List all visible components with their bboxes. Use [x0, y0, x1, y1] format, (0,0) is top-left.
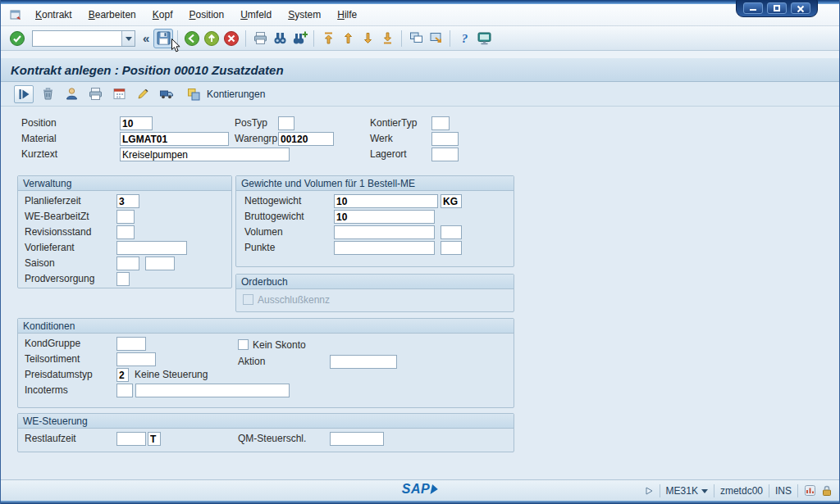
menu-kontrakt[interactable]: Kontrakt [27, 6, 80, 24]
verwaltung-group: Verwaltung Planlieferzeit WE-BearbeitZt … [17, 175, 232, 288]
kurztext-field[interactable] [120, 148, 290, 161]
transaction-code[interactable]: ME31K [666, 485, 708, 497]
incoterms-field[interactable] [116, 384, 133, 397]
next-item-icon[interactable] [14, 85, 34, 103]
kontierungen-button[interactable]: Kontierungen [180, 84, 272, 105]
delete-icon[interactable] [38, 85, 57, 103]
punkte-field[interactable] [334, 241, 435, 255]
find-icon[interactable] [270, 29, 290, 48]
maximize-button[interactable] [767, 2, 787, 14]
next-page-icon[interactable] [358, 29, 377, 48]
last-page-icon[interactable] [377, 29, 397, 48]
close-button[interactable] [791, 2, 810, 14]
previous-page-icon[interactable] [338, 29, 358, 48]
kontiertyp-field[interactable] [431, 116, 450, 130]
command-dropdown-icon[interactable] [121, 31, 135, 46]
postyp-field[interactable] [278, 116, 294, 130]
help-icon[interactable]: ? [454, 29, 474, 48]
delivery-icon[interactable] [157, 85, 176, 103]
planlieferzeit-label: Planlieferzeit [25, 194, 81, 208]
schedule-icon[interactable] [109, 85, 129, 103]
kondgruppe-field[interactable] [116, 337, 146, 351]
preisdatumstyp-field[interactable] [116, 368, 129, 382]
cancel-icon[interactable] [221, 29, 241, 48]
kein-skonto-checkbox[interactable] [238, 339, 249, 350]
punkte-unit-field[interactable] [441, 241, 462, 255]
print-icon[interactable] [250, 29, 270, 48]
status-separator [769, 484, 769, 497]
collapse-command-icon[interactable]: « [143, 31, 149, 45]
window-menu-icon[interactable] [9, 8, 22, 21]
menu-system[interactable]: System [280, 6, 329, 24]
lagerort-field[interactable] [431, 148, 459, 161]
nettogewicht-unit-field[interactable] [441, 194, 462, 208]
transaction-code-text: ME31K [666, 485, 698, 497]
status-separator [797, 484, 798, 497]
message-expand-icon[interactable] [644, 486, 654, 496]
menu-bar: Kontrakt Bearbeiten Kopf Position Umfeld… [1, 4, 839, 26]
insert-mode: INS [775, 485, 792, 497]
prodversorgung-field[interactable] [116, 272, 130, 286]
back-icon[interactable] [182, 29, 202, 48]
mouse-cursor [171, 38, 181, 57]
kurztext-label: Kurztext [21, 148, 57, 161]
vorlieferant-field[interactable] [116, 241, 187, 255]
warengrp-field[interactable] [278, 132, 334, 146]
shortcut-icon[interactable] [426, 29, 445, 48]
werk-field[interactable] [431, 132, 459, 146]
toolbar-separator [450, 30, 450, 47]
bruttogewicht-field[interactable] [334, 210, 435, 224]
aktion-field[interactable] [330, 355, 397, 369]
menu-position[interactable]: Position [180, 6, 232, 24]
first-page-icon[interactable] [318, 29, 338, 48]
print-preview-icon[interactable] [85, 85, 105, 103]
performance-icon[interactable] [804, 484, 816, 497]
planlieferzeit-field[interactable] [116, 194, 139, 208]
vorlieferant-label: Vorlieferant [25, 241, 75, 255]
volumen-label: Volumen [244, 225, 283, 239]
nettogewicht-field[interactable] [334, 194, 438, 208]
gewichte-group-title: Gewichte und Volumen für 1 Bestell-ME [236, 176, 514, 191]
orderbuch-group-title: Orderbuch [236, 275, 514, 289]
we-bearbeitzt-field[interactable] [116, 210, 135, 224]
konditionen-group-title: Konditionen [18, 319, 514, 334]
menu-hilfe[interactable]: Hilfe [329, 6, 365, 24]
kontierungen-icon [184, 85, 203, 103]
qm-steuerschl-field[interactable] [330, 432, 384, 446]
status-bar-right: ME31K zmetdc00 INS [644, 484, 839, 497]
minimize-button[interactable] [743, 2, 763, 14]
saison-year-field[interactable] [145, 257, 175, 270]
application-toolbar: Kontierungen [1, 82, 839, 107]
toolbar-separator [401, 30, 402, 47]
restlaufzeit-unit-field[interactable] [148, 432, 161, 446]
menu-kopf[interactable]: Kopf [144, 6, 181, 24]
teilsortiment-field[interactable] [116, 352, 156, 366]
revisionsstand-field[interactable] [116, 225, 135, 239]
restlaufzeit-field[interactable] [116, 432, 146, 446]
exit-icon[interactable] [202, 29, 221, 48]
page-title: Kontrakt anlegen : Position 00010 Zusatz… [11, 63, 284, 77]
transaction-dropdown-icon[interactable] [701, 489, 708, 497]
kontierungen-label: Kontierungen [207, 89, 265, 100]
material-field[interactable] [120, 132, 229, 146]
new-session-icon[interactable] [406, 29, 426, 48]
menu-umfeld[interactable]: Umfeld [232, 6, 280, 24]
change-icon[interactable] [133, 85, 153, 103]
position-field[interactable] [120, 116, 153, 130]
lagerort-label: Lagerort [370, 148, 407, 161]
volumen-unit-field[interactable] [441, 225, 462, 239]
saison-field[interactable] [116, 257, 139, 270]
we-steuerung-group-title: WE-Steuerung [18, 414, 514, 429]
toolbar-separator [313, 30, 314, 47]
lock-icon[interactable] [821, 484, 833, 497]
volumen-field[interactable] [334, 225, 435, 239]
layout-menu-icon[interactable] [474, 29, 494, 48]
incoterms-text-field[interactable] [135, 384, 290, 397]
command-input[interactable] [33, 31, 121, 45]
toolbar-separator [245, 30, 246, 47]
find-next-icon[interactable] [290, 29, 309, 48]
partner-icon[interactable] [62, 85, 81, 103]
form-area: Position PosTyp KontierTyp Material Ware… [1, 110, 840, 479]
menu-bearbeiten[interactable]: Bearbeiten [80, 6, 144, 24]
enter-icon[interactable] [7, 29, 27, 48]
